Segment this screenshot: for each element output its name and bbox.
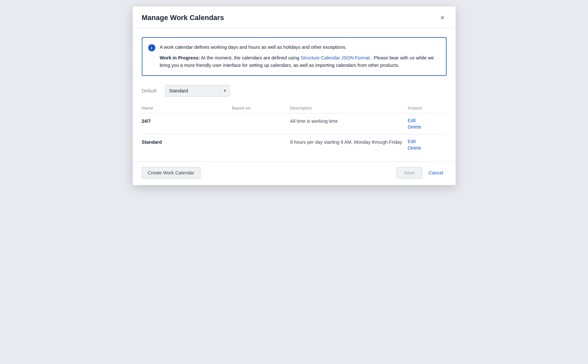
close-button[interactable]: × (438, 14, 447, 22)
default-label: Default (142, 88, 160, 93)
col-name: Name (142, 106, 232, 110)
info-icon: i (148, 44, 155, 51)
wip-text: At the moment, the calendars are defined… (201, 55, 301, 60)
cell-actions-247: Edit Delete (408, 118, 447, 130)
table-header: Name Based on Description Actions (142, 104, 447, 113)
dialog-header: Manage Work Calendars × (133, 6, 456, 28)
info-text: A work calendar defines working days and… (160, 44, 439, 69)
table-row: 24/7 All time is working time Edit Delet… (142, 113, 447, 134)
info-line1: A work calendar defines working days and… (160, 44, 439, 51)
cell-actions-standard: Edit Delete (408, 139, 447, 151)
edit-247-button[interactable]: Edit (408, 118, 447, 123)
json-format-link[interactable]: Structure Calendar JSON Format (301, 55, 370, 60)
calendars-table: Name Based on Description Actions 24/7 A… (142, 104, 447, 155)
edit-standard-button[interactable]: Edit (408, 139, 447, 144)
default-row: Default Standard ▾ (142, 85, 447, 97)
col-description: Description (290, 106, 408, 110)
table-row: Standard 8 hours per day starting 9 AM, … (142, 134, 447, 155)
default-select[interactable]: Standard ▾ (165, 85, 230, 97)
delete-standard-button[interactable]: Delete (408, 145, 447, 151)
create-work-calendar-button[interactable]: Create Work Calendar (142, 167, 201, 179)
col-based-on: Based on (232, 106, 290, 110)
dialog-title: Manage Work Calendars (142, 14, 224, 22)
default-select-value: Standard (165, 88, 220, 93)
delete-247-button[interactable]: Delete (408, 124, 447, 130)
footer-right: Save Cancel (397, 167, 446, 179)
cell-name-standard: Standard (142, 139, 232, 146)
table-rows-wrapper: 24/7 All time is working time Edit Delet… (142, 113, 447, 155)
dialog-footer: Create Work Calendar Save Cancel (133, 161, 456, 185)
wip-label: Work in Progress: (160, 55, 200, 60)
cell-description-247: All time is working time (290, 118, 408, 125)
dialog-body: i A work calendar defines working days a… (133, 28, 456, 161)
cell-name-247: 24/7 (142, 118, 232, 125)
manage-work-calendars-dialog: Manage Work Calendars × i A work calenda… (133, 6, 456, 185)
save-button: Save (397, 167, 422, 179)
cancel-button[interactable]: Cancel (425, 167, 446, 178)
cell-description-standard: 8 hours per day starting 9 AM, Monday th… (290, 139, 408, 146)
chevron-down-icon[interactable]: ▾ (221, 88, 229, 93)
info-box: i A work calendar defines working days a… (142, 37, 447, 76)
col-actions: Actions (408, 106, 447, 110)
info-wip: Work in Progress: At the moment, the cal… (160, 54, 439, 69)
